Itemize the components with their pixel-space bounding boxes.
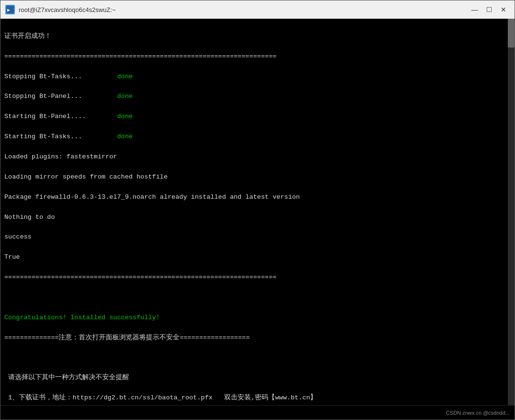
- window-title: root@iZ7xvcavshloqo6c4s2swuZ:~: [19, 6, 116, 13]
- titlebar-left: ▶ root@iZ7xvcavshloqo6c4s2swuZ:~: [5, 5, 116, 14]
- line-13: ========================================…: [4, 273, 511, 283]
- line-5: Starting Bt-Panel.... done: [4, 112, 511, 122]
- line-18: 请选择以下其中一种方式解决不安全提醒: [4, 373, 511, 383]
- line-15: Congratulations! Installed successfully!: [4, 313, 511, 323]
- line-1: 证书开启成功！: [4, 32, 511, 42]
- line-6: Starting Bt-Tasks... done: [4, 132, 511, 142]
- close-button[interactable]: ✕: [497, 4, 510, 15]
- maximize-button[interactable]: ☐: [483, 4, 495, 15]
- line-12: True: [4, 252, 511, 263]
- line-7: Loaded plugins: fastestmirror: [4, 152, 511, 162]
- scrollbar-track[interactable]: [508, 19, 515, 405]
- minimize-button[interactable]: —: [468, 4, 481, 15]
- line-11: success: [4, 232, 511, 242]
- line-16: ==============注意：首次打开面板浏览器将提示不安全========…: [4, 333, 511, 343]
- terminal-window: ▶ root@iZ7xvcavshloqo6c4s2swuZ:~ — ☐ ✕ 证…: [0, 0, 515, 420]
- status-done: done: [117, 113, 132, 120]
- status-done: done: [117, 93, 132, 100]
- titlebar: ▶ root@iZ7xvcavshloqo6c4s2swuZ:~ — ☐ ✕: [0, 0, 515, 19]
- line-17: [4, 353, 511, 363]
- window-controls: — ☐ ✕: [468, 4, 510, 15]
- terminal-icon: ▶: [5, 5, 15, 14]
- line-10: Nothing to do: [4, 213, 511, 223]
- status-done: done: [117, 133, 132, 140]
- line-14: [4, 293, 511, 303]
- terminal-output: 证书开启成功！ ================================…: [4, 22, 511, 405]
- line-19: 1、下载证书，地址：https://dg2.bt.cn/ssl/baota_ro…: [4, 393, 511, 403]
- scrollbar-thumb[interactable]: [508, 19, 515, 48]
- line-8: Loading mirror speeds from cached hostfi…: [4, 172, 511, 182]
- line-4: Stopping Bt-Panel... done: [4, 92, 511, 102]
- statusbar: CSDN znwx.cn @csdndd...: [0, 405, 515, 420]
- line-2: ========================================…: [4, 52, 511, 62]
- status-done: done: [117, 73, 132, 80]
- line-3: Stopping Bt-Tasks... done: [4, 72, 511, 82]
- line-9: Package firewalld-0.6.3-13.el7_9.noarch …: [4, 192, 511, 203]
- statusbar-text: CSDN znwx.cn @csdndd...: [446, 410, 510, 416]
- svg-text:▶: ▶: [7, 7, 10, 12]
- terminal-body[interactable]: 证书开启成功！ ================================…: [0, 19, 515, 405]
